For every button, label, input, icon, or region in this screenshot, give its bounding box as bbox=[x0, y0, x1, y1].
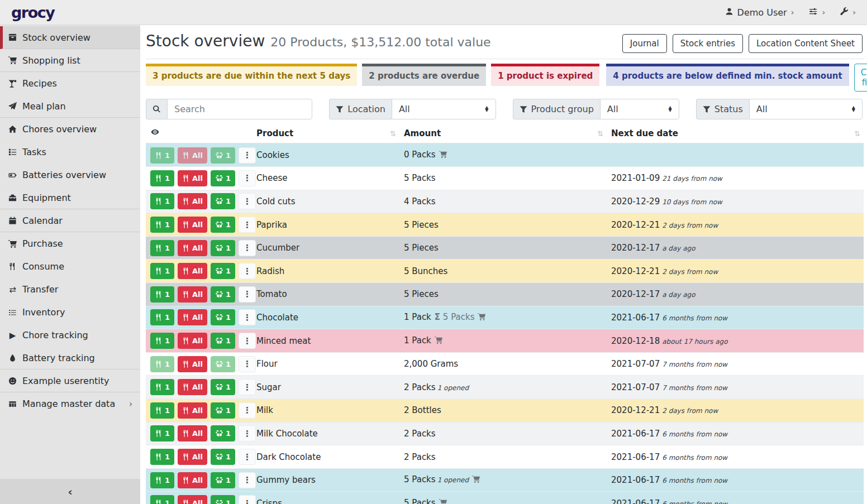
row-menu-button[interactable]: ⋮ bbox=[239, 333, 256, 349]
open-one-button[interactable]: 1 bbox=[211, 309, 235, 325]
column-header-product[interactable]: Product⇅ bbox=[252, 124, 399, 143]
table-row[interactable]: 1All1⋮Minced meat1 Pack2020-12-18about 1… bbox=[146, 329, 864, 353]
consume-one-button[interactable]: 1 bbox=[150, 425, 174, 441]
table-row[interactable]: 1All1⋮Milk2 Bottles2020-12-212 days from… bbox=[146, 399, 864, 423]
sidebar-item-manage-master-data[interactable]: Manage master data› bbox=[0, 392, 140, 415]
consume-one-button[interactable]: 1 bbox=[150, 309, 174, 325]
sidebar-item-inventory[interactable]: Inventory bbox=[0, 301, 140, 324]
sidebar-item-transfer[interactable]: ⇄Transfer bbox=[0, 278, 140, 301]
column-header-amount[interactable]: Amount⇅ bbox=[399, 124, 607, 143]
row-menu-button[interactable]: ⋮ bbox=[239, 263, 256, 279]
sidebar-item-shopping-list[interactable]: Shopping list bbox=[0, 49, 140, 72]
sidebar-item-recipes[interactable]: Recipes bbox=[0, 72, 140, 95]
location-select[interactable]: All▲▼ bbox=[392, 99, 496, 119]
row-menu-button[interactable]: ⋮ bbox=[239, 170, 256, 186]
table-row[interactable]: 1All1⋮Cookies0 Packs bbox=[146, 143, 864, 167]
table-row[interactable]: 1All1⋮Paprika5 Pieces2020-12-212 days fr… bbox=[146, 213, 864, 237]
sidebar-item-consume[interactable]: Consume bbox=[0, 255, 140, 278]
table-row[interactable]: 1All1⋮Chocolate1 PackΣ 5 Packs2021-06-17… bbox=[146, 306, 864, 329]
sidebar-item-stock-overview[interactable]: Stock overview bbox=[0, 26, 140, 49]
consume-one-button[interactable]: 1 bbox=[150, 402, 174, 419]
consume-one-button[interactable]: 1 bbox=[150, 217, 174, 233]
table-row[interactable]: 1All1⋮Radish5 Bunches2020-12-212 days fr… bbox=[146, 260, 864, 283]
user-menu[interactable]: Demo User › bbox=[725, 7, 794, 18]
column-header-next-due-date[interactable]: Next due date⇅ bbox=[607, 124, 864, 143]
table-row[interactable]: 1All1⋮Milk Chocolate2 Packs2021-06-176 m… bbox=[146, 422, 864, 445]
sidebar-item-batteries-overview[interactable]: Batteries overview bbox=[0, 164, 140, 186]
search-input[interactable] bbox=[167, 99, 312, 119]
eye-icon[interactable] bbox=[150, 128, 160, 138]
consume-all-button[interactable]: All bbox=[178, 263, 207, 279]
row-menu-button[interactable]: ⋮ bbox=[239, 147, 256, 164]
consume-all-button[interactable]: All bbox=[178, 193, 207, 209]
sidebar-item-tasks[interactable]: Tasks bbox=[0, 141, 140, 164]
row-menu-button[interactable]: ⋮ bbox=[239, 402, 256, 419]
open-one-button[interactable]: 1 bbox=[211, 425, 235, 441]
banner-expired[interactable]: 1 product is expired bbox=[491, 64, 599, 86]
consume-one-button[interactable]: 1 bbox=[150, 472, 174, 488]
sidebar-item-equipment[interactable]: Equipment bbox=[0, 186, 140, 209]
row-menu-button[interactable]: ⋮ bbox=[239, 240, 256, 256]
table-row[interactable]: 1All1⋮Cucumber5 Pieces2020-12-17a day ag… bbox=[146, 236, 864, 260]
table-row[interactable]: 1All1⋮Tomato5 Pieces2020-12-17a day ago bbox=[146, 283, 864, 306]
consume-all-button[interactable]: All bbox=[178, 472, 207, 488]
open-one-button[interactable]: 1 bbox=[211, 472, 235, 488]
consume-all-button[interactable]: All bbox=[178, 333, 207, 349]
open-one-button[interactable]: 1 bbox=[211, 379, 235, 395]
open-one-button[interactable]: 1 bbox=[211, 449, 235, 465]
row-menu-button[interactable]: ⋮ bbox=[239, 286, 256, 303]
consume-all-button[interactable]: All bbox=[178, 425, 207, 441]
row-menu-button[interactable]: ⋮ bbox=[239, 193, 256, 209]
open-one-button[interactable]: 1 bbox=[211, 286, 235, 303]
consume-one-button[interactable]: 1 bbox=[150, 379, 174, 395]
open-one-button[interactable]: 1 bbox=[211, 495, 235, 504]
journal-button[interactable]: Journal bbox=[622, 34, 667, 53]
consume-one-button[interactable]: 1 bbox=[150, 193, 174, 209]
open-one-button[interactable]: 1 bbox=[211, 217, 235, 233]
table-row[interactable]: 1All1⋮Crisps5 Packs2021-06-176 months fr… bbox=[146, 492, 864, 504]
table-row[interactable]: 1All1⋮Flour2,000 Grams2021-07-077 months… bbox=[146, 352, 864, 376]
row-menu-button[interactable]: ⋮ bbox=[239, 425, 256, 441]
consume-one-button[interactable]: 1 bbox=[150, 170, 174, 186]
consume-one-button[interactable]: 1 bbox=[150, 449, 174, 465]
table-row[interactable]: 1All1⋮Sugar2 Packs1 opened2021-07-077 mo… bbox=[146, 376, 864, 399]
clear-filter-button[interactable]: Clear filter bbox=[854, 64, 867, 92]
consume-all-button[interactable]: All bbox=[178, 449, 207, 465]
consume-all-button[interactable]: All bbox=[178, 495, 207, 504]
admin-menu[interactable]: › bbox=[840, 7, 856, 18]
sidebar-item-battery-tracking[interactable]: Battery tracking bbox=[0, 347, 140, 369]
row-menu-button[interactable]: ⋮ bbox=[239, 495, 256, 504]
consume-all-button[interactable]: All bbox=[178, 170, 207, 186]
consume-all-button[interactable]: All bbox=[178, 286, 207, 303]
status-select[interactable]: All▲▼ bbox=[749, 99, 863, 119]
banner-due-soon[interactable]: 3 products are due within the next 5 day… bbox=[146, 64, 357, 86]
consume-all-button[interactable]: All bbox=[178, 309, 207, 325]
sidebar-item-purchase[interactable]: Purchase bbox=[0, 232, 140, 255]
table-row[interactable]: 1All1⋮Cheese5 Packs2021-01-0921 days fro… bbox=[146, 167, 864, 190]
open-one-button[interactable]: 1 bbox=[211, 240, 235, 256]
consume-one-button[interactable]: 1 bbox=[150, 286, 174, 303]
row-menu-button[interactable]: ⋮ bbox=[239, 449, 256, 465]
open-one-button[interactable]: 1 bbox=[211, 170, 235, 186]
sidebar-item-meal-plan[interactable]: Meal plan bbox=[0, 95, 140, 118]
banner-below-min[interactable]: 4 products are below defined min. stock … bbox=[606, 64, 849, 86]
grocy-logo[interactable]: grocy bbox=[11, 4, 54, 21]
consume-one-button[interactable]: 1 bbox=[150, 263, 174, 279]
row-menu-button[interactable]: ⋮ bbox=[239, 472, 256, 488]
sidebar-item-chores-overview[interactable]: Chores overview bbox=[0, 118, 140, 141]
consume-all-button[interactable]: All bbox=[178, 402, 207, 419]
row-menu-button[interactable]: ⋮ bbox=[239, 309, 256, 325]
stock-entries-button[interactable]: Stock entries bbox=[673, 34, 743, 53]
sidebar-collapse-button[interactable]: ‹ bbox=[0, 479, 140, 504]
row-menu-button[interactable]: ⋮ bbox=[239, 217, 256, 233]
table-row[interactable]: 1All1⋮Cold cuts4 Packs2020-12-2910 days … bbox=[146, 190, 864, 213]
sidebar-item-chore-tracking[interactable]: ▶Chore tracking bbox=[0, 324, 140, 347]
table-row[interactable]: 1All1⋮Dark Chocolate2 Packs2021-06-176 m… bbox=[146, 445, 864, 469]
location-content-sheet-button[interactable]: Location Content Sheet bbox=[749, 34, 863, 53]
consume-all-button[interactable]: All bbox=[178, 379, 207, 395]
table-row[interactable]: 1All1⋮Gummy bears5 Packs1 opened2021-06-… bbox=[146, 468, 864, 492]
consume-all-button[interactable]: All bbox=[178, 356, 207, 372]
row-menu-button[interactable]: ⋮ bbox=[239, 356, 256, 372]
consume-one-button[interactable]: 1 bbox=[150, 495, 174, 504]
banner-overdue[interactable]: 2 products are overdue bbox=[362, 64, 486, 86]
